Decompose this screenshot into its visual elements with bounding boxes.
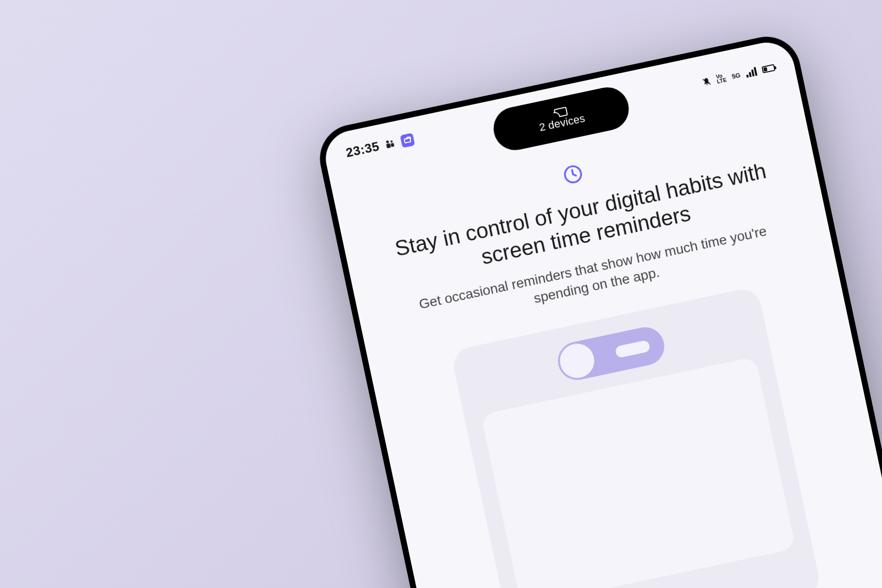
signal-bars-icon	[745, 67, 757, 78]
dynamic-island[interactable]: 2 devices	[490, 83, 633, 154]
battery-fill	[763, 67, 768, 72]
reminder-toggle[interactable]	[555, 324, 668, 384]
illustration-panel	[481, 357, 796, 588]
android-app-icon	[400, 133, 415, 148]
svg-point-0	[386, 140, 389, 144]
clock-icon	[560, 162, 586, 189]
status-time: 23:35	[344, 139, 381, 161]
toggle-knob	[557, 341, 597, 381]
photo-scene: 23:35 2 devices	[0, 0, 882, 588]
status-bar-left: 23:35	[344, 131, 415, 161]
phone-screen: 23:35 2 devices	[320, 37, 882, 588]
battery-icon	[761, 64, 775, 74]
volte-badge: Vo LTE	[715, 73, 727, 85]
onboarding-content: Stay in control of your digital habits w…	[337, 114, 882, 588]
phone-device: 23:35 2 devices	[314, 30, 882, 588]
cast-icon	[554, 107, 566, 117]
svg-point-1	[390, 140, 392, 143]
teams-icon	[384, 137, 396, 150]
network-type-label: 5G	[731, 71, 741, 80]
toggle-slot	[614, 340, 650, 358]
status-bar-right: Vo LTE 5G	[701, 63, 776, 88]
mute-icon	[701, 76, 712, 87]
svg-rect-3	[391, 143, 394, 147]
illustration-card	[450, 286, 822, 588]
svg-rect-2	[386, 143, 391, 148]
phone-frame: 23:35 2 devices	[314, 30, 882, 588]
